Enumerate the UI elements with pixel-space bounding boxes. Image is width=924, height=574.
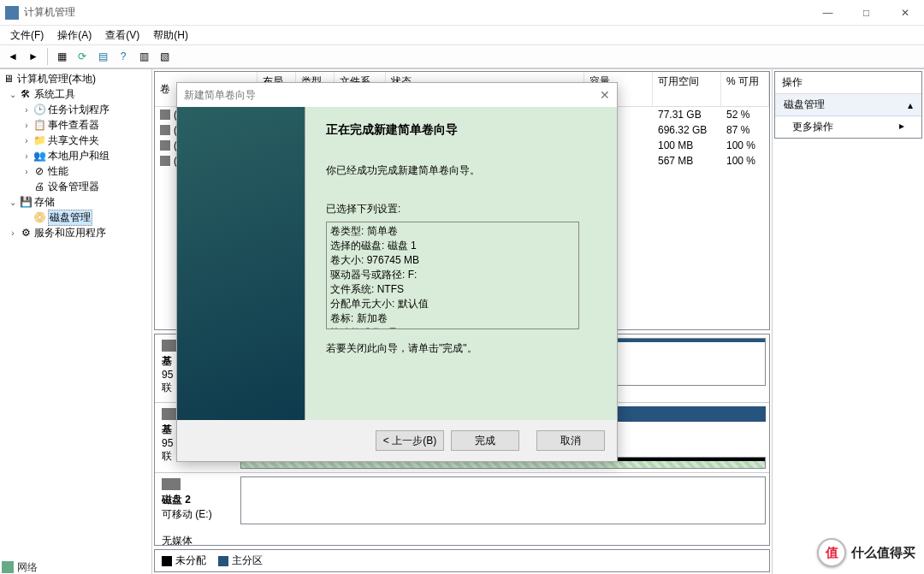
page-icon: ▦ (57, 50, 67, 62)
users-icon: 👥 (33, 149, 46, 163)
summary-line: 文件系统: NTFS (330, 282, 575, 297)
col-pct[interactable]: % 可用 (721, 72, 769, 106)
expand-icon[interactable]: › (7, 228, 19, 238)
toolbar-button[interactable]: ▤ (93, 47, 112, 66)
menu-help[interactable]: 帮助(H) (146, 27, 195, 44)
disk-icon (162, 478, 181, 490)
expand-icon[interactable]: › (21, 167, 33, 176)
status-strip: 网络 (2, 560, 38, 574)
toolbar-button[interactable]: ▧ (155, 47, 174, 66)
col-free[interactable]: 可用空间 (653, 72, 721, 106)
volume-icon (160, 125, 170, 135)
refresh-icon: ⟳ (78, 50, 86, 62)
grid-icon: ▥ (139, 50, 149, 62)
watermark: 值 什么值得买 (817, 538, 915, 567)
legend-swatch-unalloc (162, 556, 172, 566)
dialog-close-button[interactable]: ✕ (600, 88, 610, 102)
refresh-button[interactable]: ⟳ (73, 47, 92, 66)
expand-icon[interactable]: › (21, 151, 33, 161)
disk-label: 磁盘 2 可移动 (E:) 无媒体 (158, 476, 235, 546)
status-text: 网络 (17, 560, 38, 575)
tree-system-tools[interactable]: 系统工具 (34, 87, 75, 102)
grid-icon: ▧ (160, 50, 169, 62)
expand-icon[interactable]: › (21, 105, 33, 115)
close-button[interactable]: ✕ (886, 0, 924, 26)
toolbar: ◄ ► ▦ ⟳ ▤ ? ▥ ▧ (0, 44, 924, 68)
storage-icon: 💾 (19, 195, 33, 209)
collapse-icon[interactable]: ⌄ (7, 198, 19, 207)
dialog-titlebar[interactable]: 新建简单卷向导 ✕ (177, 83, 617, 107)
list-icon: ▤ (98, 50, 108, 62)
wizard-done-text: 你已经成功完成新建简单卷向导。 (326, 163, 596, 178)
tree-services[interactable]: 服务和应用程序 (34, 226, 106, 240)
partition-empty[interactable] (240, 476, 766, 524)
summary-line: 卷类型: 简单卷 (330, 224, 575, 239)
tree-root[interactable]: 计算机管理(本地) (17, 72, 96, 86)
menu-bar: 文件(F) 操作(A) 查看(V) 帮助(H) (0, 26, 924, 44)
volume-icon (160, 109, 170, 120)
navigation-tree[interactable]: 🖥计算机管理(本地) ⌄🛠系统工具 ›🕒任务计划程序 ›📋事件查看器 ›📁共享文… (0, 69, 152, 574)
wizard-sidebar-graphic (177, 107, 305, 420)
help-icon: ? (121, 50, 127, 62)
legend-unalloc: 未分配 (175, 554, 206, 566)
volume-icon (160, 156, 170, 166)
volume-icon (160, 140, 170, 151)
minimize-button[interactable]: — (808, 0, 847, 26)
actions-pane: 操作 磁盘管理▴ 更多操作▸ (772, 69, 924, 574)
clock-icon: 🕒 (33, 103, 46, 116)
legend: 未分配 主分区 (154, 549, 770, 572)
summary-line: 卷大小: 976745 MB (330, 253, 575, 268)
tree-task-scheduler[interactable]: 任务计划程序 (48, 103, 110, 117)
dialog-caption: 新建简单卷向导 (184, 88, 256, 103)
wizard-dialog: 新建简单卷向导 ✕ 正在完成新建简单卷向导 你已经成功完成新建简单卷向导。 已选… (176, 82, 618, 462)
nav-fwd-button[interactable]: ► (24, 47, 43, 66)
tree-device-manager[interactable]: 设备管理器 (48, 180, 99, 194)
wizard-summary-box[interactable]: 卷类型: 简单卷 选择的磁盘: 磁盘 1 卷大小: 976745 MB 驱动器号… (326, 222, 579, 329)
wizard-footer: < 上一步(B) 完成 取消 (177, 420, 617, 461)
expand-icon[interactable]: › (21, 136, 33, 145)
computer-icon: 🖥 (2, 72, 15, 86)
summary-line: 快速格式化: 是 (330, 326, 575, 329)
toolbar-button[interactable]: ▥ (134, 47, 153, 66)
maximize-button[interactable]: □ (847, 0, 886, 26)
wizard-selected-label: 已选择下列设置: (326, 202, 596, 216)
services-icon: ⚙ (19, 226, 33, 240)
actions-title: 操作 (775, 72, 921, 94)
wizard-close-hint: 若要关闭此向导，请单击"完成"。 (326, 341, 596, 356)
collapse-icon[interactable]: ⌄ (7, 90, 19, 99)
expand-icon[interactable]: › (21, 121, 33, 130)
back-button[interactable]: < 上一步(B) (376, 430, 444, 451)
folder-icon: 📁 (33, 133, 46, 147)
help-button[interactable]: ? (114, 47, 133, 66)
menu-action[interactable]: 操作(A) (50, 27, 98, 44)
finish-button[interactable]: 完成 (451, 430, 519, 451)
wizard-heading: 正在完成新建简单卷向导 (326, 122, 596, 138)
menu-file[interactable]: 文件(F) (3, 27, 50, 44)
actions-more[interactable]: 更多操作▸ (775, 116, 921, 138)
network-icon (2, 561, 14, 573)
tree-event-viewer[interactable]: 事件查看器 (48, 118, 99, 133)
menu-view[interactable]: 查看(V) (98, 27, 146, 44)
disk-icon: 📀 (33, 210, 46, 224)
window-title: 计算机管理 (24, 5, 808, 20)
disk-row-2[interactable]: 磁盘 2 可移动 (E:) 无媒体 (155, 473, 769, 546)
nav-back-button[interactable]: ◄ (3, 47, 22, 66)
tree-storage[interactable]: 存储 (34, 195, 55, 210)
tree-disk-mgmt[interactable]: 磁盘管理 (48, 210, 92, 226)
summary-line: 选择的磁盘: 磁盘 1 (330, 239, 575, 253)
app-icon (5, 6, 19, 20)
summary-line: 分配单元大小: 默认值 (330, 297, 575, 311)
cancel-button[interactable]: 取消 (536, 430, 605, 451)
toolbar-button[interactable]: ▦ (52, 47, 71, 66)
chevron-right-icon: ▸ (899, 120, 904, 132)
disk-2-sub: 可移动 (E:) (162, 508, 212, 520)
legend-swatch-primary (218, 556, 228, 566)
disk-2-name: 磁盘 2 (162, 494, 191, 506)
disk-2-media: 无媒体 (162, 535, 192, 546)
actions-section[interactable]: 磁盘管理▴ (775, 94, 921, 116)
tree-local-users[interactable]: 本地用户和组 (48, 149, 110, 163)
device-icon: 🖨 (33, 180, 46, 193)
tree-performance[interactable]: 性能 (48, 164, 68, 179)
event-icon: 📋 (33, 118, 46, 132)
tree-shared-folders[interactable]: 共享文件夹 (48, 133, 99, 148)
